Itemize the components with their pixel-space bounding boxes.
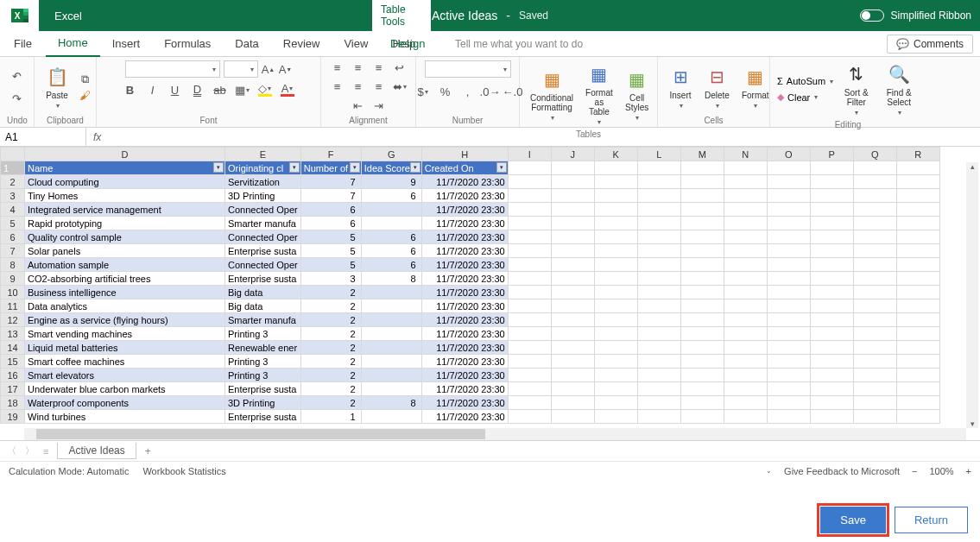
status-chevron-icon[interactable]: ⌄ (766, 467, 772, 475)
copy-icon[interactable]: ⧉ (78, 72, 92, 86)
font-family-select[interactable]: ▾ (125, 60, 220, 78)
cell[interactable]: 11/7/2020 23:30 (421, 217, 508, 230)
sheet-prev-icon[interactable]: 〈 (7, 444, 16, 457)
table-row[interactable]: 9CO2-absorbing artificial treesEnterpris… (1, 272, 940, 286)
cell[interactable]: Connected Oper (225, 258, 301, 272)
cell[interactable]: 11/7/2020 23:30 (421, 189, 508, 203)
redo-icon[interactable]: ↷ (10, 91, 24, 105)
feedback-link[interactable]: Give Feedback to Microsoft (784, 466, 900, 476)
table-row[interactable]: 14Liquid metal batteriesRenewable ener21… (1, 341, 940, 355)
increase-font-icon[interactable]: A▲ (262, 62, 275, 76)
row-header[interactable]: 19 (1, 410, 25, 424)
table-header-orig[interactable]: Originating cl▾ (225, 161, 301, 175)
row-header[interactable]: 10 (1, 286, 25, 299)
comma-icon[interactable]: , (461, 85, 475, 98)
align-top-icon[interactable]: ≡ (331, 60, 345, 74)
increase-decimal-icon[interactable]: .0→ (484, 85, 497, 98)
cell[interactable]: 7 (300, 189, 361, 203)
cell[interactable]: Smart vending machines (25, 327, 225, 341)
cell[interactable]: Engine as a service (flying hours) (25, 313, 225, 327)
table-header-name[interactable]: Name▾ (25, 161, 225, 175)
column-header[interactable]: F (300, 148, 361, 161)
table-row[interactable]: 4Integrated service managementConnected … (1, 203, 940, 217)
tab-data[interactable]: Data (223, 31, 270, 57)
cell[interactable] (361, 327, 421, 341)
cell[interactable]: Smart coffee machines (25, 355, 225, 369)
cell[interactable]: Enterprise susta (225, 382, 301, 396)
cell[interactable]: 5 (300, 230, 361, 244)
cell[interactable]: 2 (300, 396, 361, 410)
tell-me-search[interactable]: Tell me what you want to do (455, 38, 583, 50)
fill-color-icon[interactable]: ◇▾ (258, 83, 272, 97)
cell[interactable]: Printing 3 (225, 327, 301, 341)
cell[interactable]: 11/7/2020 23:30 (421, 203, 508, 217)
cell[interactable]: 8 (361, 396, 421, 410)
cell[interactable]: 11/7/2020 23:30 (421, 299, 508, 313)
row-header[interactable]: 4 (1, 203, 25, 217)
column-header[interactable]: Q (853, 148, 896, 161)
cell[interactable]: 6 (361, 258, 421, 272)
tab-formulas[interactable]: Formulas (152, 31, 223, 57)
wrap-text-icon[interactable]: ↩ (393, 60, 407, 74)
comments-button[interactable]: 💬 Comments (887, 35, 973, 54)
table-row[interactable]: 12Engine as a service (flying hours)Smar… (1, 313, 940, 327)
format-as-table-button[interactable]: ▦Format as Table▾ (582, 60, 616, 128)
row-header[interactable]: 11 (1, 299, 25, 313)
filter-dropdown-icon[interactable]: ▾ (496, 162, 507, 173)
conditional-formatting-button[interactable]: ▦Conditional Formatting▾ (527, 66, 577, 123)
cell[interactable]: Big data (225, 286, 301, 299)
cell[interactable]: Automation sample (25, 258, 225, 272)
decrease-indent-icon[interactable]: ⇤ (351, 98, 365, 112)
table-row[interactable]: 18Waterproof components3D Printing2811/7… (1, 396, 940, 410)
row-header[interactable]: 14 (1, 341, 25, 355)
cell[interactable] (361, 313, 421, 327)
table-header-created[interactable]: Created On▾ (421, 161, 508, 175)
table-row[interactable]: 5Rapid prototypingSmarter manufa611/7/20… (1, 217, 940, 230)
cell[interactable]: Underwater blue carbon markets (25, 382, 225, 396)
decrease-font-icon[interactable]: A▼ (279, 62, 293, 76)
table-row[interactable]: 15Smart coffee machinesPrinting 3211/7/2… (1, 355, 940, 369)
cell[interactable]: Solar panels (25, 244, 225, 258)
cell[interactable]: 2 (300, 382, 361, 396)
zoom-in-icon[interactable]: + (966, 466, 971, 476)
cell[interactable]: 1 (300, 410, 361, 424)
cell[interactable]: 6 (361, 244, 421, 258)
table-row[interactable]: 10Business intelligenceBig data211/7/202… (1, 286, 940, 299)
filter-dropdown-icon[interactable]: ▾ (289, 162, 300, 173)
font-color-icon[interactable]: A▾ (281, 83, 294, 97)
row-header[interactable]: 5 (1, 217, 25, 230)
cell[interactable]: 2 (300, 341, 361, 355)
align-bottom-icon[interactable]: ≡ (372, 60, 386, 74)
save-button[interactable]: Save (820, 507, 886, 533)
cell[interactable]: Cloud computing (25, 175, 225, 189)
table-row[interactable]: 13Smart vending machinesPrinting 3211/7/… (1, 327, 940, 341)
tab-view[interactable]: View (332, 31, 380, 57)
filter-dropdown-icon[interactable]: ▾ (213, 162, 224, 173)
cell[interactable] (361, 217, 421, 230)
row-header[interactable]: 7 (1, 244, 25, 258)
cell[interactable]: Liquid metal batteries (25, 341, 225, 355)
cell[interactable]: 9 (361, 175, 421, 189)
cell[interactable]: Connected Oper (225, 203, 301, 217)
cell[interactable]: 11/7/2020 23:30 (421, 313, 508, 327)
cell[interactable]: 2 (300, 299, 361, 313)
cell[interactable]: 5 (300, 244, 361, 258)
column-header[interactable]: P (810, 148, 853, 161)
cell[interactable]: 11/7/2020 23:30 (421, 369, 508, 382)
zoom-out-icon[interactable]: − (912, 466, 917, 476)
cell[interactable]: 11/7/2020 23:30 (421, 355, 508, 369)
currency-icon[interactable]: $▾ (416, 85, 430, 98)
simplified-ribbon-toggle[interactable] (860, 9, 884, 22)
column-header[interactable]: M (680, 148, 724, 161)
add-sheet-icon[interactable]: + (145, 445, 151, 457)
cell[interactable] (361, 382, 421, 396)
cell[interactable]: 11/7/2020 23:30 (421, 382, 508, 396)
cell[interactable]: 6 (361, 189, 421, 203)
table-row[interactable]: 16Smart elevatorsPrinting 3211/7/2020 23… (1, 369, 940, 382)
cell[interactable]: Smarter manufa (225, 217, 301, 230)
return-button[interactable]: Return (895, 507, 968, 533)
row-header[interactable]: 12 (1, 313, 25, 327)
column-header[interactable]: J (551, 148, 594, 161)
name-box[interactable]: A1 (0, 128, 86, 146)
row-header[interactable]: 18 (1, 396, 25, 410)
